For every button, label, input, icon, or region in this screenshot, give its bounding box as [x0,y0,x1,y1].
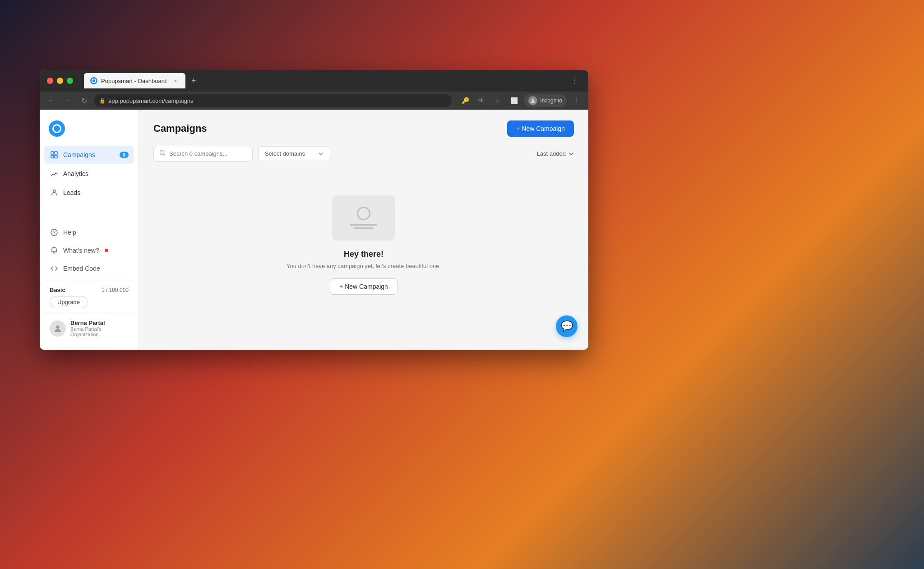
incognito-avatar [528,96,537,105]
tab-close-button[interactable]: × [172,77,179,84]
sidebar-bottom-nav: ? Help What's new? [40,224,139,342]
campaigns-label: Campaigns [63,151,115,158]
svg-point-9 [56,325,60,328]
chat-bubble-button[interactable]: 💬 [556,315,578,337]
upgrade-button[interactable]: Upgrade [50,296,88,308]
more-options-icon[interactable]: ⋮ [570,94,583,107]
back-button[interactable]: ← [45,94,58,107]
tab-bar: Popupsmart - Dashboard × + [84,73,565,88]
svg-rect-3 [55,152,57,154]
sort-chevron-icon [568,151,574,157]
logo-icon [49,120,65,137]
svg-rect-4 [51,155,54,158]
incognito-badge: Incognito [524,94,567,107]
help-label: Help [63,229,76,236]
plan-count: 1 / 100.000 [102,287,129,293]
sidebar-item-leads[interactable]: Leads [44,184,134,202]
lock-icon: 🔒 [99,98,106,104]
eye-icon: 👁 [475,94,488,107]
svg-point-0 [92,79,96,83]
empty-card-line-1 [350,224,377,226]
empty-card-line-2 [354,227,374,229]
notification-dot [105,249,108,252]
active-tab[interactable]: Popupsmart - Dashboard × [84,73,185,88]
page-title: Campaigns [153,123,207,134]
sort-button[interactable]: Last added [537,150,574,157]
domain-select-label: Select domains [265,150,314,157]
svg-point-6 [53,190,55,192]
url-display: app.popupsmart.com/campaigns [108,97,194,104]
svg-rect-2 [51,152,54,154]
sidebar-item-embed-code[interactable]: Embed Code [44,260,134,277]
leads-icon [50,188,59,197]
empty-card-lines [350,224,377,229]
sidebar: Campaigns 0 Analytics [40,110,139,350]
analytics-label: Analytics [63,170,129,177]
logo-inner-circle [52,124,61,133]
help-icon: ? [50,228,59,237]
new-tab-button[interactable]: + [187,74,200,87]
code-icon [50,264,59,273]
bell-icon [50,246,59,255]
user-org: Berna Partal's Organization [70,326,129,337]
user-avatar [50,320,66,337]
page-header: Campaigns + New Campaign [153,120,574,137]
analytics-icon [50,169,59,178]
minimize-button[interactable] [57,78,63,84]
empty-state-illustration [332,195,395,241]
sidebar-nav: Campaigns 0 Analytics [40,146,139,224]
empty-state-title: Hey there! [344,250,383,259]
sidebar-user[interactable]: Berna Partal Berna Partal's Organization [44,314,134,342]
sidebar-item-help[interactable]: ? Help [44,224,134,241]
sidebar-item-analytics[interactable]: Analytics [44,165,134,183]
chat-icon: 💬 [561,320,573,332]
search-icon [159,150,166,157]
chevron-down-icon [318,151,323,157]
embed-code-label: Embed Code [63,265,100,272]
close-button[interactable] [47,78,53,84]
browser-titlebar: Popupsmart - Dashboard × + ⋮ [40,70,588,92]
browser-controls: ← → ↻ 🔒 app.popupsmart.com/campaigns 🔑 👁… [40,92,588,110]
empty-state-new-campaign-button[interactable]: + New Campaign [330,278,397,295]
address-bar[interactable]: 🔒 app.popupsmart.com/campaigns [94,94,452,107]
svg-point-1 [532,99,534,101]
empty-state-description: You don't have any campaign yet, let's c… [286,263,441,269]
app-container: Campaigns 0 Analytics [40,110,588,350]
search-box[interactable] [153,146,253,162]
new-campaign-header-button[interactable]: + New Campaign [507,120,574,137]
svg-text:?: ? [53,230,56,235]
whats-new-label: What's new? [63,247,99,254]
leads-label: Leads [63,189,129,196]
sort-label: Last added [537,150,566,157]
tab-favicon [90,77,97,84]
forward-button[interactable]: → [61,94,74,107]
empty-card-circle [357,207,370,220]
plan-row: Basic 1 / 100.000 [50,287,129,293]
main-content: Campaigns + New Campaign Select domains [139,110,588,350]
refresh-button[interactable]: ↻ [78,94,90,107]
user-info: Berna Partal Berna Partal's Organization [70,319,129,337]
domain-select[interactable]: Select domains [258,146,330,161]
maximize-button[interactable] [67,78,73,84]
empty-state: Hey there! You don't have any campaign y… [153,169,574,339]
svg-rect-5 [55,155,57,158]
browser-menu-button[interactable]: ⋮ [568,74,581,87]
sidebar-plan: Basic 1 / 100.000 Upgrade [44,281,134,312]
sidebar-logo [40,117,139,146]
incognito-label: Incognito [540,97,562,104]
sidebar-item-campaigns[interactable]: Campaigns 0 [44,146,134,164]
user-name: Berna Partal [70,319,129,326]
toolbar: Select domains Last added [153,146,574,162]
tab-switcher-icon[interactable]: ⬜ [508,94,520,107]
key-icon: 🔑 [459,94,471,107]
tab-title: Popupsmart - Dashboard [101,78,166,84]
browser-window: Popupsmart - Dashboard × + ⋮ ← → ↻ 🔒 app… [40,70,588,350]
search-input[interactable] [169,150,247,157]
plan-name: Basic [50,287,65,293]
svg-line-11 [164,154,166,156]
campaigns-icon [50,150,59,159]
sidebar-item-whats-new[interactable]: What's new? [44,242,134,259]
browser-toolbar-actions: 🔑 👁 ☆ ⬜ Incognito ⋮ [459,94,583,107]
campaigns-badge: 0 [120,152,129,158]
star-icon[interactable]: ☆ [491,94,504,107]
